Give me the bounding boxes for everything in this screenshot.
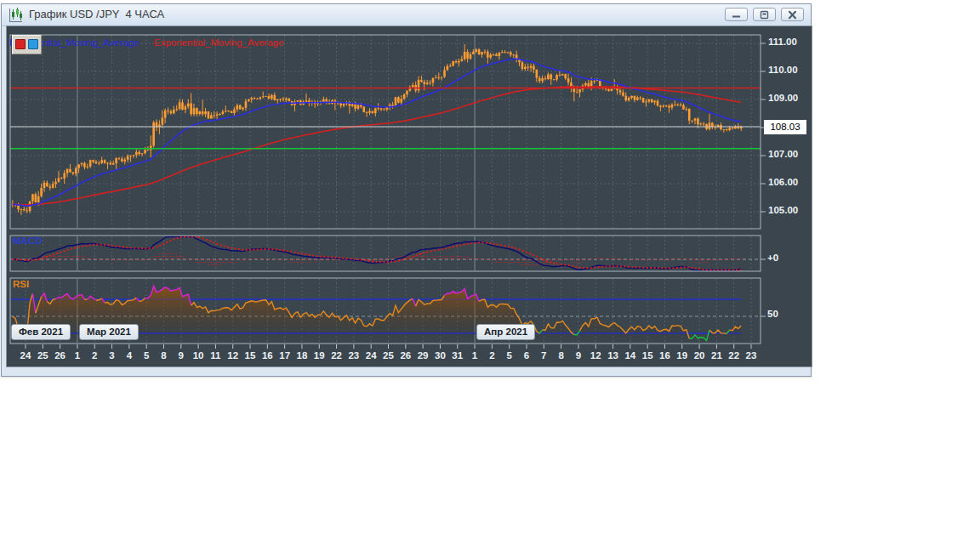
minimize-icon: [730, 10, 743, 19]
red-indicator-button[interactable]: [15, 39, 26, 49]
candlestick-chart-icon: [8, 7, 25, 24]
chart-surface[interactable]: Exponential_Moving_Average Exponential_M…: [6, 26, 812, 367]
indicator-button-panel: [12, 35, 42, 54]
minimize-button[interactable]: [725, 8, 748, 21]
blue-indicator-button[interactable]: [28, 39, 38, 49]
window-title: График USD /JPY 4 ЧАСА: [29, 8, 164, 20]
month-badge: Фев 2021: [11, 324, 71, 340]
maximize-icon: [758, 10, 771, 20]
month-badge: Апр 2021: [476, 324, 535, 340]
chart-window: График USD /JPY 4 ЧАСА Exponential_Movin…: [1, 3, 812, 377]
desktop: График USD /JPY 4 ЧАСА Exponential_Movin…: [0, 0, 980, 551]
month-badge: Мар 2021: [79, 324, 139, 340]
window-controls: [725, 8, 804, 21]
chart-canvas[interactable]: [7, 26, 812, 366]
close-icon: [786, 10, 799, 20]
close-button[interactable]: [781, 8, 804, 21]
title-bar[interactable]: График USD /JPY 4 ЧАСА: [2, 4, 811, 26]
maximize-button[interactable]: [753, 8, 776, 21]
